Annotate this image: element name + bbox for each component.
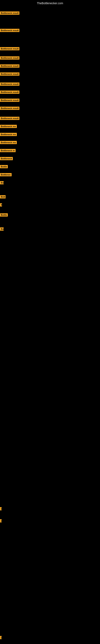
bottleneck-result-label: Bo [0, 181, 3, 184]
bottleneck-result-label: | [0, 519, 1, 522]
bottleneck-result-label: Bottleneck result [0, 82, 19, 86]
bottleneck-result-label: Bottleneck res [0, 125, 17, 128]
bottleneck-result-label: Bottleneck res [0, 141, 17, 144]
bottleneck-result-label: Bottleneck result [0, 56, 19, 60]
bottleneck-result-label: Bottleneck result [0, 47, 19, 50]
bottleneck-result-label: Bottleneck res [0, 133, 17, 136]
bottleneck-result-label: Bottleneck result [0, 72, 19, 76]
bottleneck-result-label: | [0, 507, 1, 510]
bottleneck-result-label: B [0, 203, 2, 206]
bottleneck-result-label: Bottleneck result [0, 29, 19, 32]
bottleneck-result-label: Bottle [0, 213, 8, 216]
bottleneck-result-label: Bottleneck result [0, 117, 19, 120]
bottleneck-result-label: Bottleneck result [0, 64, 19, 68]
site-title: TheBottlenecker.com [37, 2, 63, 5]
bottleneck-result-label: Bo [0, 228, 3, 231]
bottleneck-result-label: Bottleneck result [0, 12, 19, 15]
bottleneck-result-label: Bottleneck [0, 157, 13, 160]
bottleneck-result-label: Bott [0, 195, 6, 198]
bottleneck-result-label: Bottleneck result [0, 107, 19, 110]
bottleneck-result-label: Bottleneck re [0, 149, 16, 152]
bottleneck-result-label: Bottlenec [0, 173, 12, 176]
bottleneck-result-label: Bottleneck result [0, 90, 19, 94]
bottleneck-result-label: Bottle [0, 165, 8, 168]
bottleneck-result-label: | [0, 636, 1, 639]
bottleneck-result-label: Bottleneck result [0, 98, 19, 102]
